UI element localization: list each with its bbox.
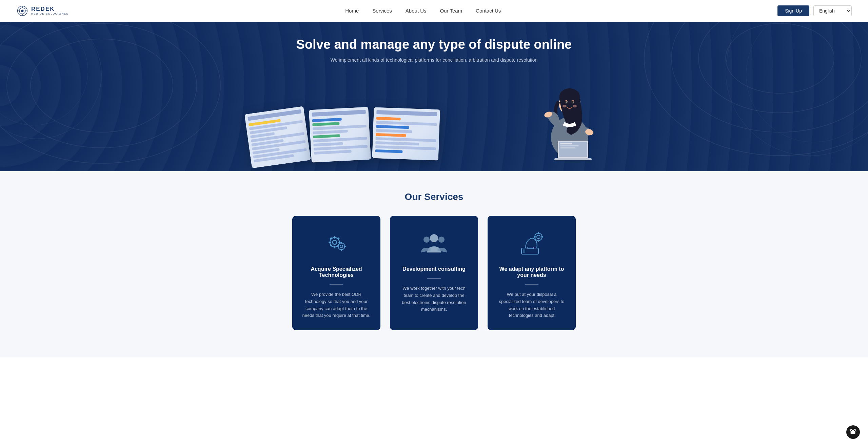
svg-point-19 bbox=[573, 105, 577, 107]
svg-point-49 bbox=[423, 237, 430, 243]
card-2-title: Development consulting bbox=[402, 266, 466, 272]
svg-rect-59 bbox=[534, 236, 536, 238]
topo-circle-right2 bbox=[746, 7, 868, 142]
navbar-right: Sign Up English Español bbox=[777, 5, 852, 16]
svg-rect-46 bbox=[337, 246, 339, 247]
card-1-title: Acquire Specialized Technologies bbox=[302, 266, 371, 278]
svg-rect-29 bbox=[560, 145, 579, 146]
svg-point-33 bbox=[333, 240, 337, 244]
card-3-title: We adapt any platform to your needs bbox=[497, 266, 566, 278]
screenshot-2 bbox=[309, 107, 371, 163]
nav-about[interactable]: About Us bbox=[406, 8, 427, 14]
screenshot-3 bbox=[372, 107, 440, 161]
svg-point-42 bbox=[338, 243, 345, 250]
brand-sub: RED DE SOLUCIONES bbox=[31, 13, 68, 16]
screenshot-1 bbox=[244, 106, 311, 168]
services-title: Our Services bbox=[0, 191, 868, 202]
card-3-divider bbox=[525, 284, 538, 285]
logo-icon bbox=[16, 5, 28, 17]
nav-team[interactable]: Our Team bbox=[440, 8, 462, 14]
navbar: REDEK RED DE SOLUCIONES Home Services Ab… bbox=[0, 0, 868, 22]
svg-point-50 bbox=[438, 237, 445, 243]
topo-circle-left bbox=[0, 10, 102, 139]
svg-rect-41 bbox=[337, 237, 340, 240]
card-1-desc: We provide the best ODR technology so th… bbox=[302, 291, 371, 319]
svg-point-10 bbox=[644, 0, 868, 156]
svg-point-55 bbox=[535, 233, 542, 241]
team-consulting-icon bbox=[420, 229, 448, 257]
language-select[interactable]: English Español bbox=[813, 5, 852, 16]
service-card-2: Development consulting We work together … bbox=[390, 216, 478, 330]
svg-point-22 bbox=[566, 102, 567, 103]
svg-rect-30 bbox=[560, 147, 575, 148]
svg-point-43 bbox=[340, 245, 343, 248]
platform-adapt-icon bbox=[518, 229, 545, 257]
svg-rect-60 bbox=[541, 236, 543, 238]
character-svg bbox=[532, 69, 607, 164]
hero-visuals bbox=[248, 76, 620, 151]
card-3-desc: We put at your disposal a specialized te… bbox=[497, 291, 566, 319]
gear-settings-icon bbox=[323, 229, 350, 257]
brand-name: REDEK bbox=[31, 6, 68, 13]
svg-rect-47 bbox=[344, 246, 346, 247]
svg-rect-35 bbox=[334, 246, 335, 248]
nav-contact[interactable]: Contact Us bbox=[476, 8, 501, 14]
svg-rect-44 bbox=[341, 242, 342, 244]
nav-services[interactable]: Services bbox=[372, 8, 392, 14]
svg-rect-58 bbox=[538, 240, 539, 242]
svg-point-2 bbox=[21, 9, 23, 12]
card-1-divider bbox=[330, 284, 343, 285]
services-section: Our Services bbox=[0, 171, 868, 357]
svg-point-56 bbox=[537, 235, 540, 239]
svg-rect-31 bbox=[554, 158, 592, 160]
svg-point-18 bbox=[563, 105, 567, 107]
svg-point-23 bbox=[573, 102, 574, 103]
svg-rect-37 bbox=[338, 242, 341, 243]
services-cards: Acquire Specialized Technologies We prov… bbox=[0, 216, 868, 330]
nav-links: Home Services About Us Our Team Contact … bbox=[345, 8, 501, 14]
svg-rect-57 bbox=[538, 232, 539, 234]
svg-rect-45 bbox=[341, 249, 342, 251]
service-card-3: We adapt any platform to your needs We p… bbox=[488, 216, 576, 330]
svg-rect-34 bbox=[334, 236, 335, 239]
svg-rect-38 bbox=[330, 237, 332, 240]
service-card-1: Acquire Specialized Technologies We prov… bbox=[292, 216, 380, 330]
hero-subtitle: We implement all kinds of technological … bbox=[0, 57, 868, 63]
card-2-divider bbox=[427, 278, 441, 279]
hero-section: Solve and manage any type of dispute onl… bbox=[0, 0, 868, 171]
svg-point-48 bbox=[430, 234, 438, 242]
svg-rect-36 bbox=[329, 242, 331, 243]
screenshots-group bbox=[248, 107, 439, 161]
hero-title: Solve and manage any type of dispute onl… bbox=[0, 37, 868, 52]
hero-character bbox=[532, 69, 607, 158]
svg-rect-28 bbox=[560, 143, 572, 144]
topo-circle-right bbox=[726, 0, 868, 156]
card-2-desc: We work together with your tech team to … bbox=[399, 285, 469, 313]
logo[interactable]: REDEK RED DE SOLUCIONES bbox=[16, 5, 68, 17]
svg-point-7 bbox=[0, 8, 220, 163]
hero-content: Solve and manage any type of dispute onl… bbox=[0, 37, 868, 63]
signup-button[interactable]: Sign Up bbox=[777, 5, 809, 16]
nav-home[interactable]: Home bbox=[345, 8, 359, 14]
topo-circle-left2 bbox=[0, 17, 88, 125]
